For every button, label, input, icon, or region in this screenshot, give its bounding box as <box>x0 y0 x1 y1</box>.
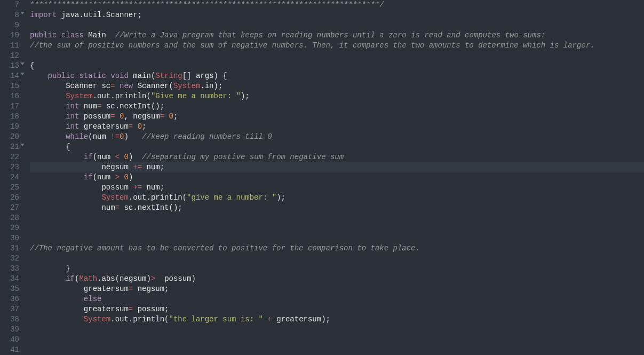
code-token: . <box>93 92 97 100</box>
code-line[interactable]: int num= sc.nextInt(); <box>30 101 644 112</box>
code-token: void <box>110 72 129 80</box>
code-line[interactable]: if(num < 0) //separating my postive sum … <box>30 152 644 162</box>
code-line[interactable]: ****************************************… <box>30 0 644 10</box>
code-line[interactable] <box>30 325 644 335</box>
code-token: negsum <box>133 112 160 121</box>
code-line[interactable]: num= sc.nextInt(); <box>30 203 644 213</box>
line-number: 12 <box>0 51 19 61</box>
code-line[interactable]: int possum= 0, negsum= 0; <box>30 112 644 122</box>
code-token: . <box>110 92 115 100</box>
fold-marker-icon[interactable] <box>20 144 25 146</box>
line-number: 28 <box>0 213 19 223</box>
code-token: . <box>133 203 137 212</box>
code-line[interactable]: int greatersum= 0; <box>30 122 644 132</box>
line-number: 10 <box>0 30 19 41</box>
code-token <box>30 122 66 131</box>
code-token: num <box>93 132 111 141</box>
line-number: 36 <box>0 294 19 304</box>
code-token <box>133 122 137 131</box>
code-token: Scanner <box>106 11 138 19</box>
code-line[interactable]: while(num !=0) //keep reading numbers ti… <box>30 132 644 142</box>
code-token <box>30 305 84 313</box>
code-token: += <box>133 183 142 192</box>
code-line[interactable]: possum += num; <box>30 183 644 193</box>
code-token: abs <box>101 274 115 283</box>
code-line[interactable]: System.out.println("give me a number: ")… <box>30 193 644 203</box>
code-line[interactable]: public static void main(String[] args) { <box>30 71 644 81</box>
code-token: = <box>110 112 115 121</box>
code-line[interactable]: negsum += num; <box>30 162 644 172</box>
code-line[interactable]: Scanner sc= new Scanner(System.in); <box>30 81 644 91</box>
code-token: //Write a Java program that keeps on rea… <box>115 31 546 40</box>
code-line[interactable]: import java.util.Scanner; <box>30 10 644 20</box>
code-token: ( <box>164 315 169 324</box>
code-token: //keep reading numbers till 0 <box>142 132 272 141</box>
code-token: "the larger sum is: " <box>169 315 263 324</box>
line-number-gutter: 7891011121314151617181920212223242526272… <box>0 0 26 355</box>
code-token: ) <box>192 274 196 283</box>
code-token: num <box>97 173 115 182</box>
code-token: nextInt <box>138 203 169 212</box>
code-token: import <box>30 11 57 19</box>
code-token: . <box>129 193 133 202</box>
line-number: 41 <box>0 345 19 355</box>
code-token: = <box>129 122 133 131</box>
code-token: sc <box>124 203 133 212</box>
fold-marker-icon[interactable] <box>20 62 25 65</box>
code-token: greatersum <box>84 122 129 131</box>
code-line[interactable] <box>30 254 644 264</box>
code-line[interactable]: if(Math.abs(negsum)> possum) <box>30 274 644 284</box>
code-line[interactable] <box>30 51 644 61</box>
code-line[interactable]: if(num > 0) <box>30 172 644 183</box>
code-line[interactable]: //The negative amount has to be converte… <box>30 243 644 254</box>
code-token: num <box>97 153 115 161</box>
code-token: ; <box>142 122 146 131</box>
code-token: else <box>84 295 102 303</box>
code-line[interactable] <box>30 20 644 30</box>
code-line[interactable] <box>30 335 644 345</box>
code-token: negsum <box>138 285 164 293</box>
code-token: num <box>101 203 115 212</box>
code-token: class <box>61 31 84 40</box>
fold-marker-icon[interactable] <box>20 12 25 14</box>
code-token <box>30 173 84 182</box>
line-number: 19 <box>0 122 19 132</box>
code-token <box>155 274 164 283</box>
code-token: ) <box>129 173 133 182</box>
code-token: int <box>66 112 79 121</box>
code-line[interactable] <box>30 233 644 243</box>
code-token: Main <box>88 31 106 40</box>
code-line[interactable]: else <box>30 294 644 304</box>
code-token: ; <box>173 112 178 121</box>
code-token: System <box>101 193 128 202</box>
code-line[interactable]: { <box>30 61 644 71</box>
code-token <box>30 203 101 212</box>
code-line[interactable]: //the sum of positive numbers and the su… <box>30 41 644 51</box>
code-token: System <box>84 315 110 324</box>
code-token <box>106 72 110 80</box>
code-line[interactable]: System.out.println("Give me a number: ")… <box>30 91 644 101</box>
code-token: static <box>79 72 106 80</box>
code-line[interactable]: System.out.println("the larger sum is: "… <box>30 314 644 325</box>
code-line[interactable] <box>30 223 644 233</box>
code-line[interactable]: } <box>30 264 644 274</box>
line-number: 32 <box>0 254 19 264</box>
code-token: ) <box>124 132 128 141</box>
code-line[interactable]: { <box>30 142 644 152</box>
code-token <box>164 112 169 121</box>
code-line[interactable] <box>30 345 644 355</box>
code-token: greatersum <box>276 315 321 324</box>
line-number: 15 <box>0 81 19 91</box>
code-token: if <box>84 173 93 182</box>
line-number: 35 <box>0 284 19 294</box>
code-token <box>192 72 196 80</box>
code-token: . <box>79 11 83 19</box>
code-line[interactable]: greatersum= possum; <box>30 304 644 314</box>
code-editor-area[interactable]: ****************************************… <box>26 0 644 355</box>
code-line[interactable]: public class Main //Write a Java program… <box>30 30 644 41</box>
fold-marker-icon[interactable] <box>20 73 25 75</box>
code-line[interactable]: greatersum= negsum; <box>30 284 644 294</box>
code-token <box>57 31 61 40</box>
code-token: //The negative amount has to be converte… <box>30 244 420 253</box>
code-line[interactable] <box>30 213 644 223</box>
